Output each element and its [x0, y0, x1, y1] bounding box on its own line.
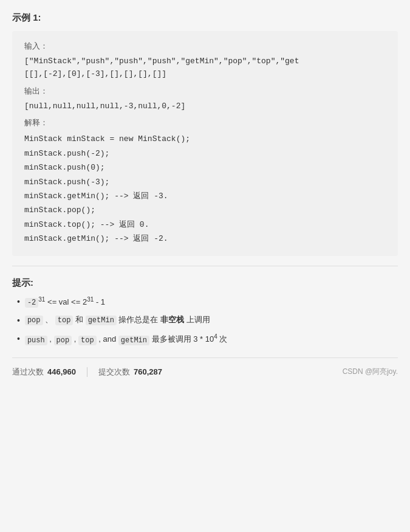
pass-label: 通过次数 [12, 367, 44, 378]
hints-title: 提示: [12, 277, 398, 289]
output-value: [null,null,null,null,-3,null,0,-2] [24, 100, 386, 113]
hint-1-content: -231 <= val <= 231 - 1 [25, 295, 105, 309]
exp-line-1: MinStack minStack = new MinStack(); [24, 132, 386, 146]
hint-1-sup-2: 31 [87, 296, 94, 303]
submit-value: 760,287 [134, 367, 162, 376]
hint-2-text-2: 和 [75, 315, 86, 324]
exp-line-6: minStack.pop(); [24, 203, 386, 217]
hint-2-bold: 非空栈 [160, 315, 184, 324]
hint-3-code-top: top [78, 336, 97, 345]
example-box: 输入： ["MinStack","push","push","push","ge… [12, 31, 398, 256]
hint-1-code-1: -2 [25, 298, 38, 308]
submit-stat: 提交次数 760,287 [98, 367, 162, 378]
section-divider [12, 266, 398, 266]
page-container: 示例 1: 输入： ["MinStack","push","push","pus… [0, 0, 410, 386]
example-section-title: 示例 1: [12, 12, 398, 24]
hint-2-code-top: top [55, 316, 73, 325]
exp-line-4: minStack.push(-3); [24, 175, 386, 189]
output-label: 输出： [24, 86, 386, 97]
hint-2-content: pop 、 top 和 getMin 操作总是在 非空栈 上调用 [25, 314, 210, 326]
hint-2-text-1: 、 [45, 315, 55, 324]
pass-value: 446,960 [47, 367, 76, 376]
input-line1: ["MinStack","push","push","push","getMin… [24, 55, 386, 68]
submit-label: 提交次数 [98, 367, 130, 378]
hint-3-text-5: 次 [219, 335, 227, 344]
input-line2: [[],[-2],[0],[-3],[],[],[],[]] [24, 68, 386, 81]
hint-3-text-1: , [49, 335, 53, 344]
hint-2-text-4: 上调用 [186, 315, 210, 324]
hint-3-code-getmin: getMin [118, 336, 149, 345]
exp-line-5: minStack.getMin(); --> 返回 -3. [24, 189, 386, 203]
hint-3-code-pop: pop [54, 336, 72, 345]
hint-1-sup-1: 31 [38, 296, 45, 303]
hint-3-text-3: , and [98, 335, 118, 344]
footer-brand: CSDN @阿亮joy. [343, 367, 398, 377]
explanation-block: MinStack minStack = new MinStack(); minS… [24, 132, 386, 246]
exp-line-8: minStack.getMin(); --> 返回 -2. [24, 232, 386, 246]
exp-line-2: minStack.push(-2); [24, 147, 386, 161]
footer-divider [87, 367, 87, 377]
bullet-1: • [17, 295, 20, 308]
hint-item-1: • -231 <= val <= 231 - 1 [17, 295, 398, 309]
hint-2-code-pop: pop [25, 316, 43, 325]
hint-3-sup: 4 [214, 333, 217, 340]
hint-3-text-2: , [74, 335, 78, 344]
hint-1-text-1: <= val <= 2 [47, 297, 87, 306]
footer-bar: 通过次数 446,960 提交次数 760,287 CSDN @阿亮joy. [12, 358, 398, 386]
hint-3-code-push: push [25, 336, 47, 345]
bullet-2: • [17, 314, 20, 327]
input-label: 输入： [24, 41, 386, 52]
hint-2-text-3: 操作总是在 [118, 315, 160, 324]
hint-3-content: push , pop , top , and getMin 最多被调用 3 * … [25, 332, 228, 347]
hint-item-2: • pop 、 top 和 getMin 操作总是在 非空栈 上调用 [17, 314, 398, 327]
exp-line-3: minStack.push(0); [24, 161, 386, 174]
hint-item-3: • push , pop , top , and getMin 最多被调用 3 … [17, 332, 398, 347]
exp-line-7: minStack.top(); --> 返回 0. [24, 218, 386, 232]
hints-section: 提示: • -231 <= val <= 231 - 1 • pop 、 top [12, 277, 398, 358]
pass-stat: 通过次数 446,960 [12, 367, 76, 378]
hint-3-text-4: 最多被调用 3 * 10 [152, 335, 214, 344]
hints-list: • -231 <= val <= 231 - 1 • pop 、 top 和 g… [12, 295, 398, 347]
explanation-label: 解释： [24, 117, 386, 128]
hint-1-text-2: - 1 [96, 297, 105, 306]
hint-2-code-getmin: getMin [86, 316, 117, 325]
bullet-3: • [17, 332, 20, 345]
